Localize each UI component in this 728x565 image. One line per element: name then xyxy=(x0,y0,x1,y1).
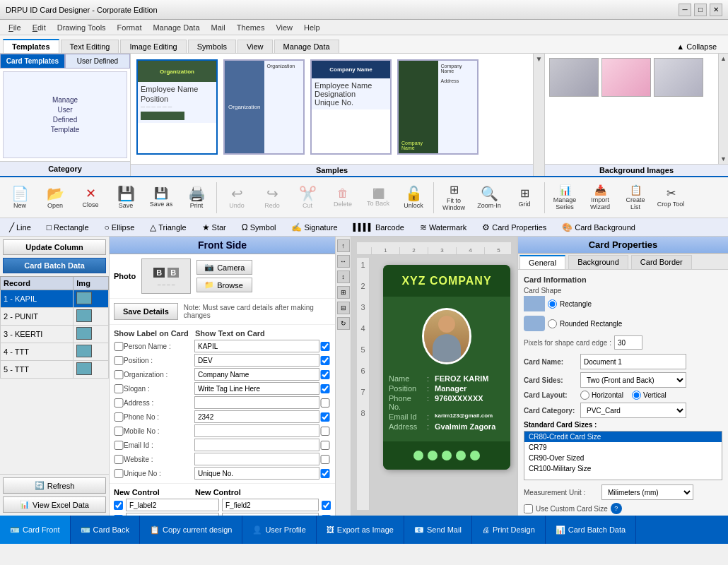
size-cr79[interactable]: CR79 xyxy=(524,442,722,453)
tab-templates[interactable]: Templates xyxy=(3,39,59,53)
sample-card-3[interactable]: Company Name Employee NameDesignationUni… xyxy=(310,59,392,155)
bottom-tab-card-back[interactable]: 🪪 Card Back xyxy=(71,516,140,544)
tab-user-defined[interactable]: User Defined xyxy=(65,54,130,69)
input-organization[interactable] xyxy=(194,368,319,381)
input-phone[interactable] xyxy=(194,410,319,423)
chk-label-website[interactable] xyxy=(114,455,124,464)
radio-vertical[interactable]: Vertical xyxy=(632,391,667,400)
side-tool-3[interactable]: ↕ xyxy=(337,270,350,283)
update-column-btn[interactable]: Update Column xyxy=(3,239,106,255)
chk-label-address[interactable] xyxy=(114,398,124,408)
card-name-input[interactable] xyxy=(580,354,686,369)
side-tool-6[interactable]: ↻ xyxy=(337,317,350,330)
menu-format[interactable]: Format xyxy=(112,22,148,33)
bg-thumb-1[interactable] xyxy=(549,58,599,97)
chk-label-organization[interactable] xyxy=(114,370,124,379)
collapse-btn[interactable]: ▲ Collapse xyxy=(668,40,725,53)
menu-manage-data[interactable]: Manage Data xyxy=(147,22,205,33)
chk-text-phone[interactable] xyxy=(319,412,331,422)
table-row[interactable]: 4 - TTT xyxy=(1,343,109,361)
radio-horizontal[interactable]: Horizontal xyxy=(580,391,623,400)
rectangle-tool[interactable]: □ Rectangle xyxy=(40,220,95,235)
menu-file[interactable]: File xyxy=(3,22,27,33)
chk-label-phone[interactable] xyxy=(114,412,124,422)
undo-btn[interactable]: ↩ Undo xyxy=(220,179,254,216)
create-list-btn[interactable]: 📋 CreateList xyxy=(618,179,652,216)
shape-rounded-option[interactable]: Rounded Rectangle xyxy=(524,316,622,331)
bottom-tab-export-image[interactable]: 🖼 Export as Image xyxy=(317,516,404,544)
bottom-tab-user-profile[interactable]: 👤 User Profile xyxy=(242,516,316,544)
cut-btn[interactable]: ✂️ Cut xyxy=(290,179,324,216)
tab-symbols[interactable]: Symbols xyxy=(188,40,236,53)
maximize-btn[interactable]: □ xyxy=(694,4,707,16)
grid-btn[interactable]: ⊞ Grid xyxy=(507,179,541,216)
redo-btn[interactable]: ↪ Redo xyxy=(255,179,289,216)
radio-vertical-input[interactable] xyxy=(632,391,641,400)
chk-text-website[interactable] xyxy=(319,455,331,464)
chk-label-position[interactable] xyxy=(114,356,124,365)
side-tool-1[interactable]: ↑ xyxy=(337,239,350,252)
input-person-name[interactable] xyxy=(194,340,319,352)
chk-label-slogan[interactable] xyxy=(114,384,124,393)
bottom-tab-card-front[interactable]: 🪪 Card Front xyxy=(0,516,71,544)
menu-drawing-tools[interactable]: Drawing Tools xyxy=(52,22,112,33)
chk-text-position[interactable] xyxy=(319,356,331,365)
side-tool-2[interactable]: ↔ xyxy=(337,255,350,268)
save-as-btn[interactable]: 💾 Save as xyxy=(144,179,178,216)
symbol-tool[interactable]: Ω Symbol xyxy=(235,220,283,235)
chk-label-mobile[interactable] xyxy=(114,427,124,436)
menu-help[interactable]: Help xyxy=(298,22,326,33)
card-sides-select[interactable]: Two (Front and Back) One (Front Only) xyxy=(580,372,686,388)
card-background-tool[interactable]: 🎨 Card Background xyxy=(556,220,642,235)
signature-tool[interactable]: ✍ Signature xyxy=(285,220,344,235)
radio-rectangle[interactable] xyxy=(548,299,557,309)
sample-card-4[interactable]: Company Name Company NameAddress xyxy=(397,59,479,155)
input-slogan[interactable] xyxy=(194,382,319,395)
bottom-tab-copy-design[interactable]: 📋 Copy current design xyxy=(140,516,242,544)
input-mobile[interactable] xyxy=(194,424,319,437)
chk-text-unique-no[interactable] xyxy=(319,469,331,478)
chk-new-ctrl-text-2[interactable] xyxy=(322,501,331,510)
star-tool[interactable]: ★ Star xyxy=(196,220,233,235)
tab-general[interactable]: General xyxy=(519,255,565,269)
tab-background[interactable]: Background xyxy=(568,255,628,269)
tab-view[interactable]: View xyxy=(237,40,273,53)
card-batch-btn[interactable]: Card Batch Data xyxy=(3,258,106,273)
card-properties-tool[interactable]: ⚙ Card Properties xyxy=(476,220,553,235)
radio-rounded[interactable] xyxy=(548,319,557,328)
to-back-btn[interactable]: ⬛ To Back xyxy=(361,179,395,216)
shape-rectangle-option[interactable]: Rectangle xyxy=(524,296,622,311)
input-new-ctrl-field-2[interactable] xyxy=(222,499,319,511)
manage-series-btn[interactable]: 📊 ManageSeries xyxy=(548,179,582,216)
browse-btn[interactable]: 📁 Browse xyxy=(196,278,252,292)
unlock-btn[interactable]: 🔓 Unlock xyxy=(397,179,430,216)
input-website[interactable] xyxy=(194,453,319,465)
table-row[interactable]: 3 - KEERTI xyxy=(1,326,109,343)
ellipse-tool[interactable]: ○ Ellipse xyxy=(98,220,141,235)
tab-text-editing[interactable]: Text Editing xyxy=(61,40,119,53)
close-btn-tool[interactable]: ✕ Close xyxy=(74,179,107,216)
new-btn[interactable]: 📄 New xyxy=(3,179,37,216)
menu-mail[interactable]: Mail xyxy=(206,22,231,33)
tab-card-border[interactable]: Card Border xyxy=(631,255,692,269)
line-tool[interactable]: ╱ Line xyxy=(3,220,37,235)
pixels-input[interactable] xyxy=(614,335,642,350)
size-cr80[interactable]: CR80-Credit Card Size xyxy=(524,432,722,442)
save-btn[interactable]: 💾 Save xyxy=(109,179,143,216)
menu-view[interactable]: View xyxy=(270,22,298,33)
chk-label-email[interactable] xyxy=(114,441,124,450)
input-position[interactable] xyxy=(194,354,319,367)
side-tool-5[interactable]: ⊟ xyxy=(337,302,350,314)
menu-themes[interactable]: Themes xyxy=(231,22,271,33)
help-icon[interactable]: ? xyxy=(611,503,622,514)
chk-text-organization[interactable] xyxy=(319,370,331,379)
size-cr90[interactable]: CR90-Over Sized xyxy=(524,453,722,463)
refresh-btn[interactable]: 🔄 Refresh xyxy=(3,477,106,494)
sample-card-1[interactable]: Organization Employee Name Position — — … xyxy=(136,59,218,155)
close-btn[interactable]: ✕ xyxy=(710,4,722,16)
input-new-ctrl-label-2[interactable] xyxy=(126,499,219,511)
bg-thumb-2[interactable] xyxy=(601,58,651,97)
table-row[interactable]: 5 - TTT xyxy=(1,361,109,379)
manage-user-template-btn[interactable]: ManageUserDefinedTemplate xyxy=(3,71,127,158)
side-tool-4[interactable]: ⊞ xyxy=(337,286,350,299)
